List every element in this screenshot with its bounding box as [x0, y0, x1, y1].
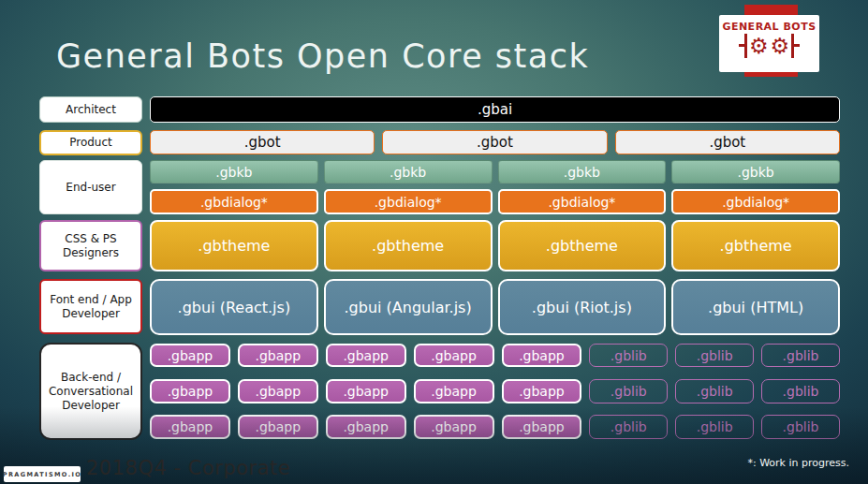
box-gblib: .gblib: [589, 344, 668, 367]
box-gblib: .gblib: [675, 379, 754, 403]
box-gblib: .gblib: [589, 379, 668, 403]
box-gbapp: .gbapp: [150, 379, 230, 403]
footer-version-text: 2018Q4 - Corporate: [86, 457, 290, 479]
box-gbtheme: .gbtheme: [150, 220, 318, 271]
general-bots-logo: GENERAL BOTS ⚙ ⚙: [719, 15, 819, 72]
row-product: .gbot .gbot .gbot: [150, 130, 840, 154]
box-gbdialog: .gbdialog*: [671, 189, 840, 214]
box-gbkb: .gbkb: [150, 160, 318, 183]
box-gbapp: .gbapp: [414, 415, 494, 439]
box-gbapp: .gbapp: [502, 344, 582, 367]
pragmatismo-badge: PRAGMATISMO.IO: [4, 466, 81, 482]
box-gbkb: .gbkb: [671, 160, 840, 183]
gear-axle-left-icon: [744, 34, 747, 58]
box-gblib: .gblib: [675, 415, 754, 439]
box-gbot: .gbot: [382, 130, 607, 154]
logo-gears: ⚙ ⚙: [719, 34, 819, 58]
row-label-css-ps-designers: CSS & PS Designers: [39, 220, 142, 271]
row-gbui: .gbui (React.js) .gbui (Angular.js) .gbu…: [150, 279, 840, 335]
slide: General Bots Open Core stack GENERAL BOT…: [0, 0, 868, 484]
box-gblib: .gblib: [761, 344, 840, 367]
box-gbdialog: .gbdialog*: [324, 189, 493, 214]
box-gbot: .gbot: [615, 130, 840, 154]
box-gblib: .gblib: [761, 415, 840, 439]
box-gblib: .gblib: [675, 344, 754, 367]
box-gbui-riot: .gbui (Riot.js): [498, 279, 667, 335]
box-gbapp: .gbapp: [238, 344, 318, 367]
box-gbapp: .gbapp: [238, 415, 318, 439]
box-gbapp: .gbapp: [238, 379, 318, 403]
box-gbui-react: .gbui (React.js): [150, 279, 318, 335]
box-gbapp: .gbapp: [326, 344, 406, 367]
row-label-frontend-app-developer: Font end / App Developer: [39, 279, 142, 334]
gear-icon: ⚙: [749, 35, 769, 57]
row-backend-2: .gbapp .gbapp .gbapp .gbapp .gbapp .gbli…: [150, 379, 840, 403]
box-gbot: .gbot: [150, 130, 375, 154]
row-gbtheme: .gbtheme .gbtheme .gbtheme .gbtheme: [150, 220, 840, 271]
box-gbapp: .gbapp: [326, 415, 406, 439]
box-gbapp: .gbapp: [150, 415, 230, 439]
row-label-architect: Architect: [39, 96, 142, 123]
gear-icon: ⚙: [771, 35, 790, 57]
box-gbui-html: .gbui (HTML): [671, 279, 840, 335]
box-gbapp: .gbapp: [326, 379, 406, 403]
box-gbdialog: .gbdialog*: [150, 189, 318, 214]
row-backend-3: .gbapp .gbapp .gbapp .gbapp .gbapp .gbli…: [150, 415, 840, 439]
box-gbdialog: .gbdialog*: [498, 189, 667, 214]
row-backend-1: .gbapp .gbapp .gbapp .gbapp .gbapp .gbli…: [150, 344, 840, 367]
box-gbapp: .gbapp: [502, 379, 582, 403]
row-label-backend-conversational-developer: Back-end / Conversational Developer: [39, 343, 142, 440]
box-gbapp: .gbapp: [502, 415, 582, 439]
box-gbai: .gbai: [150, 96, 840, 123]
gear-axle-right-icon: [791, 34, 794, 58]
box-gblib: .gblib: [589, 415, 668, 439]
row-architect: .gbai: [150, 96, 840, 123]
work-in-progress-footnote: *: Work in progress.: [747, 457, 849, 469]
row-gbdialog: .gbdialog* .gbdialog* .gbdialog* .gbdial…: [150, 189, 840, 214]
box-gbkb: .gbkb: [498, 160, 667, 183]
box-gbui-angular: .gbui (Angular.js): [324, 279, 493, 335]
box-gbapp: .gbapp: [414, 344, 494, 367]
box-gbtheme: .gbtheme: [671, 220, 840, 271]
page-title: General Bots Open Core stack: [56, 37, 712, 75]
box-gbapp: .gbapp: [150, 344, 230, 367]
box-gbtheme: .gbtheme: [324, 220, 493, 271]
row-label-end-user: End-user: [39, 160, 142, 214]
box-gblib: .gblib: [761, 379, 840, 403]
row-gbkb: .gbkb .gbkb .gbkb .gbkb: [150, 160, 840, 183]
logo-brand-text: GENERAL BOTS: [719, 21, 819, 33]
box-gbkb: .gbkb: [324, 160, 493, 183]
box-gbtheme: .gbtheme: [498, 220, 667, 271]
box-gbapp: .gbapp: [414, 379, 494, 403]
row-label-product: Product: [39, 130, 142, 155]
